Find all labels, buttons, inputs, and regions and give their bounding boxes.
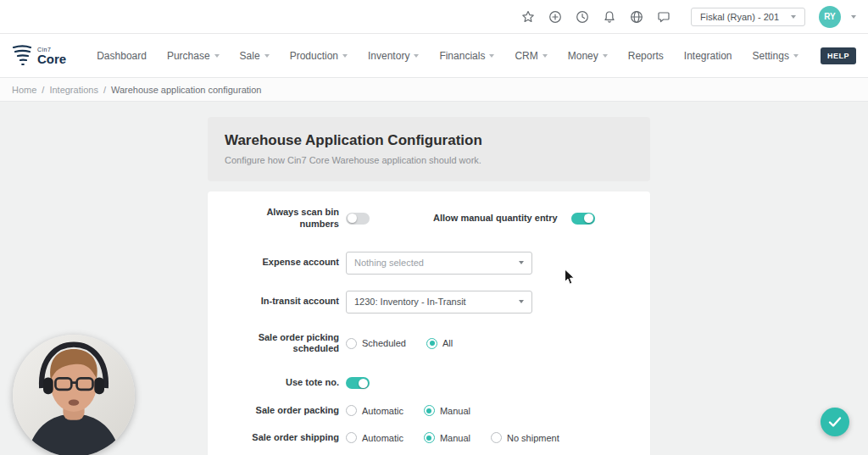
account-selector[interactable]: Fiskal (Ryan) - 201	[691, 8, 805, 26]
brand-logo[interactable]: Cin7 Core	[12, 45, 66, 67]
avatar-initials: RY	[824, 12, 836, 21]
presenter-illustration	[13, 335, 135, 455]
use-tote-label: Use tote no.	[225, 377, 339, 389]
nav-item-financials[interactable]: Financials	[431, 43, 503, 69]
radio-icon	[424, 405, 435, 416]
expense-account-value: Nothing selected	[354, 258, 424, 268]
breadcrumb-separator: /	[103, 85, 106, 95]
brand-core-label: Core	[37, 53, 66, 65]
always-scan-label: Always scan bin numbers	[225, 207, 339, 230]
brand-text: Cin7 Core	[37, 47, 66, 65]
nav-item-label: CRM	[515, 50, 537, 62]
nav-item-reports[interactable]: Reports	[620, 43, 672, 69]
radio-icon	[346, 405, 357, 416]
radio-icon	[491, 432, 502, 443]
chevron-down-icon	[342, 54, 348, 58]
chevron-down-icon	[793, 54, 798, 58]
plus-circle-icon[interactable]	[547, 8, 564, 25]
shipping-option-automatic[interactable]: Automatic	[346, 432, 403, 443]
avatar-chevron-down-icon[interactable]	[851, 15, 856, 19]
chevron-down-icon	[542, 54, 548, 58]
form-row-packing: Sale order packing Automatic Manual	[225, 405, 633, 417]
allow-manual-label: Allow manual quantity entry	[433, 213, 558, 225]
page-subtitle: Configure how Cin7 Core Warehouse applic…	[225, 155, 633, 165]
nav-item-label: Production	[290, 50, 338, 62]
packing-option-manual[interactable]: Manual	[424, 405, 470, 416]
radio-option-label: Manual	[440, 406, 470, 416]
in-transit-account-value: 1230: Inventory - In-Transit	[354, 297, 466, 307]
chevron-down-icon	[519, 261, 524, 264]
nav-item-money[interactable]: Money	[559, 43, 616, 69]
picking-option-all[interactable]: All	[426, 338, 453, 349]
form-row-toggles: Always scan bin numbers Allow manual qua…	[225, 207, 633, 230]
page-title: Warehouse Application Configuration	[225, 132, 633, 149]
chat-icon[interactable]	[655, 8, 672, 25]
packing-label: Sale order packing	[225, 405, 339, 417]
in-transit-account-select[interactable]: 1230: Inventory - In-Transit	[346, 291, 532, 314]
form-row-expense-account: Expense account Nothing selected	[225, 252, 633, 275]
chevron-down-icon	[489, 54, 494, 58]
picking-radio-group: Scheduled All	[346, 338, 453, 349]
help-button[interactable]: HELP	[821, 47, 856, 64]
radio-option-label: No shipment	[507, 433, 559, 443]
shipping-option-manual[interactable]: Manual	[424, 432, 470, 443]
nav-item-dashboard[interactable]: Dashboard	[88, 43, 155, 69]
nav-item-label: Reports	[628, 50, 664, 62]
nav-item-production[interactable]: Production	[281, 43, 356, 69]
form-row-picking: Sale order picking scheduled Scheduled A…	[225, 332, 633, 356]
chevron-down-icon	[519, 300, 524, 303]
form-row-in-transit-account: In-transit account 1230: Inventory - In-…	[225, 291, 633, 314]
use-tote-toggle[interactable]	[346, 377, 370, 389]
nav-item-sale[interactable]: Sale	[231, 43, 278, 69]
breadcrumb-current: Warehouse application configuration	[111, 85, 262, 95]
nav-item-label: Settings	[753, 50, 789, 62]
nav-items: Dashboard Purchase Sale Production Inven…	[88, 43, 821, 69]
radio-option-label: All	[442, 338, 453, 348]
breadcrumb-separator: /	[42, 85, 44, 95]
picking-label: Sale order picking scheduled	[225, 332, 339, 356]
radio-icon	[346, 432, 357, 443]
nav-item-label: Purchase	[167, 50, 210, 62]
save-check-fab[interactable]	[821, 408, 849, 436]
breadcrumb-integrations[interactable]: Integrations	[49, 85, 97, 95]
radio-icon	[426, 338, 437, 349]
star-icon[interactable]	[520, 8, 537, 25]
nav-item-label: Integration	[684, 50, 732, 62]
config-form-card: Always scan bin numbers Allow manual qua…	[208, 191, 650, 455]
radio-icon	[346, 338, 357, 349]
packing-radio-group: Automatic Manual	[346, 405, 470, 416]
avatar[interactable]: RY	[819, 6, 841, 28]
chevron-down-icon	[414, 54, 419, 58]
cin7-logo-icon	[12, 45, 32, 67]
globe-icon[interactable]	[628, 8, 645, 25]
picking-option-scheduled[interactable]: Scheduled	[346, 338, 406, 349]
nav-item-label: Sale	[240, 50, 260, 62]
in-transit-account-label: In-transit account	[225, 296, 339, 308]
breadcrumb: Home / Integrations / Warehouse applicat…	[0, 78, 868, 102]
shipping-option-no-shipment[interactable]: No shipment	[491, 432, 559, 443]
nav-item-inventory[interactable]: Inventory	[359, 43, 427, 69]
nav-item-crm[interactable]: CRM	[506, 43, 555, 69]
radio-option-label: Scheduled	[362, 338, 406, 348]
chevron-down-icon	[791, 15, 796, 19]
expense-account-select[interactable]: Nothing selected	[346, 252, 532, 275]
clock-icon[interactable]	[574, 8, 591, 25]
always-scan-toggle[interactable]	[346, 213, 370, 225]
nav-item-settings[interactable]: Settings	[744, 43, 807, 69]
radio-option-label: Automatic	[362, 406, 403, 416]
shipping-radio-group: Automatic Manual No shipment	[346, 432, 559, 443]
radio-option-label: Manual	[440, 433, 470, 443]
radio-option-label: Automatic	[362, 433, 403, 443]
chevron-down-icon	[603, 54, 608, 58]
form-row-shipping: Sale order shipping Automatic Manual No …	[225, 432, 633, 444]
nav-item-integration[interactable]: Integration	[676, 43, 741, 69]
packing-option-automatic[interactable]: Automatic	[346, 405, 403, 416]
shipping-label: Sale order shipping	[225, 432, 339, 444]
bell-icon[interactable]	[601, 8, 618, 25]
webcam-overlay	[13, 335, 135, 455]
chevron-down-icon	[264, 54, 270, 58]
allow-manual-toggle[interactable]	[571, 213, 595, 225]
nav-item-purchase[interactable]: Purchase	[159, 43, 228, 69]
nav-item-label: Financials	[439, 50, 485, 62]
breadcrumb-home[interactable]: Home	[12, 85, 36, 95]
